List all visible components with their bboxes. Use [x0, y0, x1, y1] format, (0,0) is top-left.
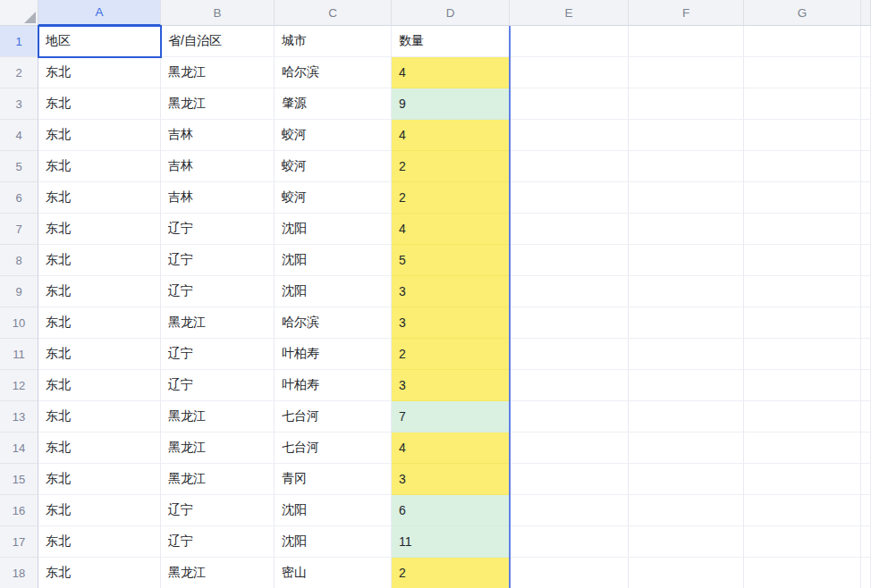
row-header-11[interactable]: 11 — [0, 339, 38, 370]
cell-B6[interactable]: 吉林 — [161, 182, 275, 214]
cell-D10[interactable]: 3 — [392, 307, 510, 339]
cell-A7[interactable]: 东北 — [38, 214, 161, 245]
row-header-8[interactable]: 8 — [0, 245, 38, 276]
cell-G5[interactable] — [744, 151, 861, 182]
row-header-16[interactable]: 16 — [0, 495, 38, 526]
cell-F2[interactable] — [629, 57, 744, 88]
cell-B13[interactable]: 黑龙江 — [161, 401, 275, 433]
cell-C11[interactable]: 叶柏寿 — [275, 339, 392, 370]
cell-H13[interactable] — [861, 401, 871, 433]
cell-H12[interactable] — [861, 370, 871, 401]
cell-G8[interactable] — [744, 245, 861, 276]
cell-B16[interactable]: 辽宁 — [161, 495, 275, 526]
cell-E18[interactable] — [510, 558, 629, 588]
cell-F16[interactable] — [629, 495, 744, 526]
cell-B7[interactable]: 辽宁 — [161, 214, 275, 245]
cell-E3[interactable] — [510, 88, 629, 120]
cell-E9[interactable] — [510, 276, 629, 307]
cell-H4[interactable] — [861, 120, 871, 151]
cell-E7[interactable] — [510, 214, 629, 245]
cell-G18[interactable] — [744, 558, 861, 588]
row-header-18[interactable]: 18 — [0, 558, 38, 588]
cell-F17[interactable] — [629, 526, 744, 558]
row-header-12[interactable]: 12 — [0, 370, 38, 401]
cell-H17[interactable] — [861, 526, 871, 558]
cell-F1[interactable] — [629, 26, 744, 57]
cell-B1[interactable]: 省/自治区 — [161, 26, 275, 57]
row-header-2[interactable]: 2 — [0, 57, 38, 88]
cell-E15[interactable] — [510, 464, 629, 495]
cell-A18[interactable]: 东北 — [38, 558, 161, 588]
cell-F4[interactable] — [629, 120, 744, 151]
cell-F14[interactable] — [629, 433, 744, 464]
cell-E12[interactable] — [510, 370, 629, 401]
cell-A14[interactable]: 东北 — [38, 433, 161, 464]
cell-E4[interactable] — [510, 120, 629, 151]
cell-G16[interactable] — [744, 495, 861, 526]
cell-A3[interactable]: 东北 — [38, 88, 161, 120]
cell-G14[interactable] — [744, 433, 861, 464]
cell-C18[interactable]: 密山 — [275, 558, 392, 588]
column-header-C[interactable]: C — [275, 0, 392, 26]
cell-E16[interactable] — [510, 495, 629, 526]
column-header-F[interactable]: F — [629, 0, 744, 26]
cell-E11[interactable] — [510, 339, 629, 370]
cell-G13[interactable] — [744, 401, 861, 433]
row-header-5[interactable]: 5 — [0, 151, 38, 182]
cell-B5[interactable]: 吉林 — [161, 151, 275, 182]
cell-D5[interactable]: 2 — [392, 151, 510, 182]
cell-G10[interactable] — [744, 307, 861, 339]
cell-D15[interactable]: 3 — [392, 464, 510, 495]
cell-C14[interactable]: 七台河 — [275, 433, 392, 464]
cell-D14[interactable]: 4 — [392, 433, 510, 464]
cell-C7[interactable]: 沈阳 — [275, 214, 392, 245]
cell-H2[interactable] — [861, 57, 871, 88]
row-header-7[interactable]: 7 — [0, 214, 38, 245]
row-header-15[interactable]: 15 — [0, 464, 38, 495]
cell-A13[interactable]: 东北 — [38, 401, 161, 433]
cell-H9[interactable] — [861, 276, 871, 307]
cell-F13[interactable] — [629, 401, 744, 433]
column-header-A[interactable]: A — [38, 0, 161, 26]
cell-C6[interactable]: 蛟河 — [275, 182, 392, 214]
cell-A10[interactable]: 东北 — [38, 307, 161, 339]
cell-D8[interactable]: 5 — [392, 245, 510, 276]
cell-G11[interactable] — [744, 339, 861, 370]
cell-F11[interactable] — [629, 339, 744, 370]
cell-E17[interactable] — [510, 526, 629, 558]
cell-D11[interactable]: 2 — [392, 339, 510, 370]
cell-D1[interactable]: 数量 — [392, 26, 510, 57]
cell-C9[interactable]: 沈阳 — [275, 276, 392, 307]
cell-A4[interactable]: 东北 — [38, 120, 161, 151]
cell-E14[interactable] — [510, 433, 629, 464]
cell-D12[interactable]: 3 — [392, 370, 510, 401]
cell-H16[interactable] — [861, 495, 871, 526]
cell-H18[interactable] — [861, 558, 871, 588]
cell-B14[interactable]: 黑龙江 — [161, 433, 275, 464]
row-header-17[interactable]: 17 — [0, 526, 38, 558]
cell-H3[interactable] — [861, 88, 871, 120]
cell-C1[interactable]: 城市 — [275, 26, 392, 57]
row-header-14[interactable]: 14 — [0, 433, 38, 464]
cell-C13[interactable]: 七台河 — [275, 401, 392, 433]
cell-D16[interactable]: 6 — [392, 495, 510, 526]
cell-H7[interactable] — [861, 214, 871, 245]
cell-H10[interactable] — [861, 307, 871, 339]
cell-H14[interactable] — [861, 433, 871, 464]
row-header-1[interactable]: 1 — [0, 26, 38, 57]
column-header-E[interactable]: E — [510, 0, 629, 26]
cell-A17[interactable]: 东北 — [38, 526, 161, 558]
row-header-4[interactable]: 4 — [0, 120, 38, 151]
cell-C17[interactable]: 沈阳 — [275, 526, 392, 558]
cell-G2[interactable] — [744, 57, 861, 88]
cell-F15[interactable] — [629, 464, 744, 495]
cell-B15[interactable]: 黑龙江 — [161, 464, 275, 495]
cell-F3[interactable] — [629, 88, 744, 120]
cell-G15[interactable] — [744, 464, 861, 495]
cell-A9[interactable]: 东北 — [38, 276, 161, 307]
cell-A5[interactable]: 东北 — [38, 151, 161, 182]
cell-G7[interactable] — [744, 214, 861, 245]
column-header-partial[interactable] — [861, 0, 871, 26]
cell-G1[interactable] — [744, 26, 861, 57]
cell-B17[interactable]: 辽宁 — [161, 526, 275, 558]
